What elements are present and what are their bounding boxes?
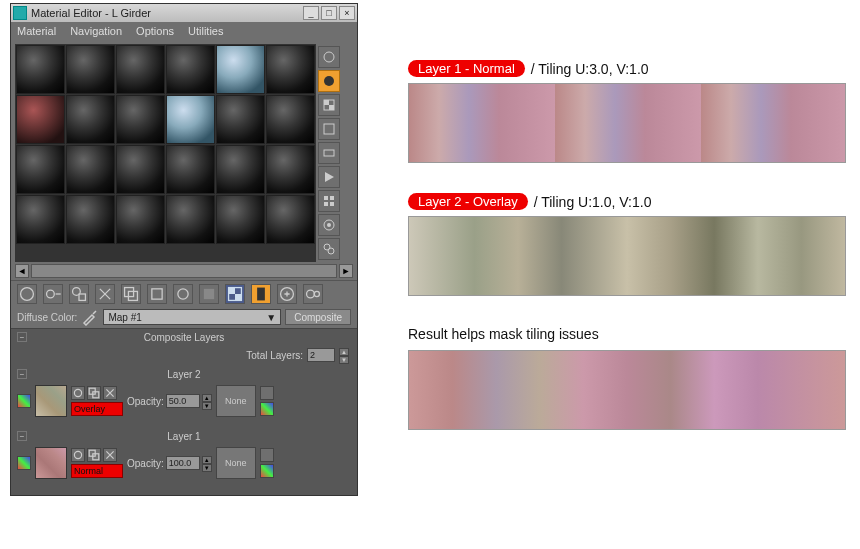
scroll-right-button[interactable]: ► (339, 264, 353, 278)
total-layers-input[interactable]: 2 (307, 348, 335, 362)
go-to-parent-button[interactable] (277, 284, 297, 304)
material-slot[interactable] (166, 95, 215, 144)
material-slot[interactable] (216, 195, 265, 244)
go-forward-button[interactable] (303, 284, 323, 304)
layer-collapse-button[interactable]: − (17, 431, 27, 441)
svg-point-30 (307, 290, 315, 298)
minimize-button[interactable]: _ (303, 6, 319, 20)
make-unique-button[interactable] (147, 284, 167, 304)
material-slot[interactable] (116, 145, 165, 194)
options-button[interactable] (318, 190, 340, 212)
svg-point-32 (74, 389, 81, 396)
material-slot[interactable] (166, 195, 215, 244)
material-slot[interactable] (166, 145, 215, 194)
put-to-scene-button[interactable] (43, 284, 63, 304)
material-slot[interactable] (66, 95, 115, 144)
menu-utilities[interactable]: Utilities (188, 25, 223, 37)
map-type-button[interactable]: Composite (285, 309, 351, 325)
menu-navigation[interactable]: Navigation (70, 25, 122, 37)
put-to-library-button[interactable] (173, 284, 193, 304)
video-check-button[interactable] (318, 142, 340, 164)
show-map-viewport-button[interactable] (225, 284, 245, 304)
mask-visible-button[interactable] (260, 448, 274, 462)
layer-delete-button[interactable] (103, 448, 117, 462)
mask-slot-button[interactable]: None (216, 447, 256, 479)
eyedropper-icon[interactable] (81, 308, 99, 326)
material-slot[interactable] (216, 45, 265, 94)
menu-options[interactable]: Options (136, 25, 174, 37)
scroll-track[interactable] (31, 264, 337, 278)
material-slot[interactable] (266, 95, 315, 144)
collapse-button[interactable]: − (17, 332, 27, 342)
material-slot[interactable] (216, 145, 265, 194)
material-slot[interactable] (216, 95, 265, 144)
scroll-left-button[interactable]: ◄ (15, 264, 29, 278)
material-slot[interactable] (116, 95, 165, 144)
sample-type-button[interactable] (318, 46, 340, 68)
material-slot[interactable] (266, 45, 315, 94)
blend-mode-dropdown[interactable]: Overlay (71, 402, 123, 416)
select-by-material-button[interactable] (318, 238, 340, 260)
opacity-input[interactable]: 100.0 (166, 456, 200, 470)
preview-button[interactable] (318, 166, 340, 188)
layer-texture-thumb[interactable] (35, 385, 67, 417)
total-layers-spinner[interactable]: ▲▼ (339, 348, 349, 362)
material-slot[interactable] (166, 45, 215, 94)
material-slot[interactable] (16, 95, 65, 144)
layer-collapse-button[interactable]: − (17, 369, 27, 379)
mask-slot-button[interactable]: None (216, 385, 256, 417)
result-texture-strip (408, 350, 846, 430)
opacity-spinner[interactable]: ▲▼ (202, 394, 212, 408)
menu-material[interactable]: Material (17, 25, 56, 37)
material-slot[interactable] (116, 195, 165, 244)
svg-rect-28 (257, 287, 265, 300)
material-slot[interactable] (16, 45, 65, 94)
get-material-button[interactable] (17, 284, 37, 304)
opacity-input[interactable]: 50.0 (166, 394, 200, 408)
svg-rect-11 (330, 202, 334, 206)
material-id-button[interactable] (318, 214, 340, 236)
material-slot[interactable] (266, 195, 315, 244)
make-copy-button[interactable] (121, 284, 141, 304)
material-effects-button[interactable] (199, 284, 219, 304)
mask-color-button[interactable] (260, 464, 274, 478)
material-slot[interactable] (16, 145, 65, 194)
opacity-spinner[interactable]: ▲▼ (202, 456, 212, 470)
layer-copy-button[interactable] (87, 386, 101, 400)
layer-copy-button[interactable] (87, 448, 101, 462)
material-slot[interactable] (266, 145, 315, 194)
close-button[interactable]: × (339, 6, 355, 20)
assign-to-selection-button[interactable] (69, 284, 89, 304)
diffuse-label: Diffuse Color: (17, 312, 77, 323)
background-button[interactable] (318, 94, 340, 116)
material-slot[interactable] (16, 195, 65, 244)
maximize-button[interactable]: □ (321, 6, 337, 20)
layer-texture-thumb[interactable] (35, 447, 67, 479)
reset-map-button[interactable] (95, 284, 115, 304)
svg-rect-22 (152, 288, 162, 298)
map-name-value: Map #1 (108, 312, 141, 323)
svg-point-15 (328, 248, 334, 254)
result-label: Result helps mask tiling issues (408, 326, 846, 342)
mask-color-button[interactable] (260, 402, 274, 416)
layer2-tiling-label: / Tiling U:1.0, V:1.0 (534, 194, 652, 210)
material-slot[interactable] (66, 145, 115, 194)
layer-visible-button[interactable] (71, 386, 85, 400)
show-end-result-button[interactable] (251, 284, 271, 304)
layer-color-button[interactable] (17, 456, 31, 470)
opacity-label: Opacity: (127, 396, 164, 407)
material-slot[interactable] (66, 45, 115, 94)
material-slot[interactable] (116, 45, 165, 94)
layer-color-button[interactable] (17, 394, 31, 408)
material-editor-window: Material Editor - L Girder _ □ × Materia… (10, 3, 358, 496)
layer-delete-button[interactable] (103, 386, 117, 400)
titlebar[interactable]: Material Editor - L Girder _ □ × (11, 4, 357, 22)
layer-visible-button[interactable] (71, 448, 85, 462)
material-slot[interactable] (66, 195, 115, 244)
backlight-button[interactable] (318, 70, 340, 92)
mask-visible-button[interactable] (260, 386, 274, 400)
map-name-dropdown[interactable]: Map #1 ▼ (103, 309, 281, 325)
sample-uv-button[interactable] (318, 118, 340, 140)
blend-mode-dropdown[interactable]: Normal (71, 464, 123, 478)
panel-header[interactable]: − Composite Layers (11, 329, 357, 345)
